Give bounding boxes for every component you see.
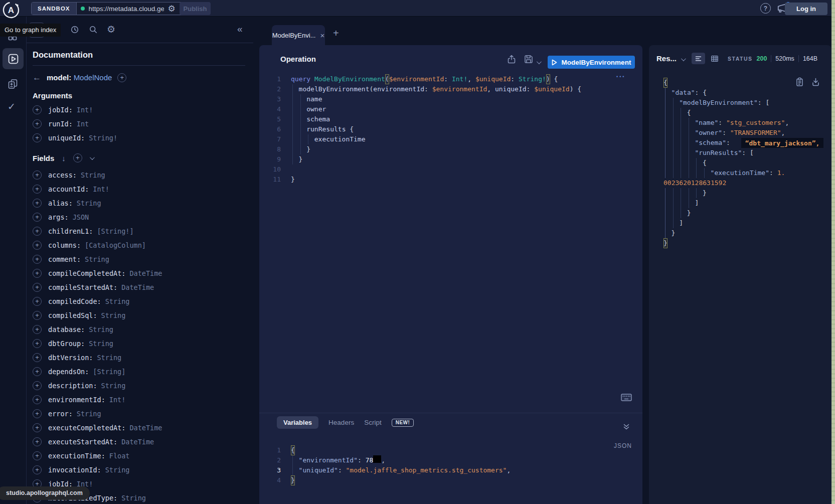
table-view-button[interactable] bbox=[708, 53, 721, 64]
keyboard-shortcuts-icon[interactable] bbox=[621, 393, 632, 402]
response-json[interactable]: {"data": {"modelByEnvironment": [{"name"… bbox=[663, 78, 823, 248]
add-to-query-icon[interactable]: + bbox=[33, 381, 42, 390]
line-number: 6 bbox=[259, 124, 281, 134]
chevron-down-icon[interactable] bbox=[681, 54, 685, 63]
field-type[interactable]: String bbox=[77, 410, 101, 418]
add-to-query-icon[interactable]: + bbox=[33, 241, 42, 250]
code-line: } bbox=[663, 238, 823, 248]
field-type[interactable]: String! bbox=[89, 134, 117, 142]
field-type[interactable]: Int bbox=[77, 120, 89, 128]
field-type[interactable]: DateTime bbox=[129, 424, 162, 432]
add-all-fields-icon[interactable]: + bbox=[73, 153, 82, 162]
field-type[interactable]: String bbox=[97, 354, 121, 362]
add-to-query-icon[interactable]: + bbox=[33, 269, 42, 278]
save-options-chevron-icon[interactable] bbox=[537, 57, 540, 66]
endpoint-settings-gear-icon[interactable]: ⚙ bbox=[168, 5, 176, 13]
argument-row: +uniqueId:String! bbox=[33, 131, 253, 145]
login-button[interactable]: Log in bbox=[785, 3, 827, 15]
field-type[interactable]: String bbox=[85, 255, 109, 263]
sidebar-item-schema[interactable] bbox=[8, 78, 19, 90]
field-type[interactable]: String bbox=[89, 340, 113, 348]
more-options-icon[interactable]: ••• bbox=[616, 74, 625, 79]
search-icon[interactable] bbox=[89, 25, 98, 34]
add-to-query-icon[interactable]: + bbox=[33, 213, 42, 222]
add-to-query-icon[interactable]: + bbox=[33, 409, 42, 418]
add-to-query-icon[interactable]: + bbox=[33, 353, 42, 362]
field-type[interactable]: JSON bbox=[73, 213, 89, 221]
add-to-query-icon[interactable]: + bbox=[33, 133, 42, 142]
argument-row: +jobId:Int! bbox=[33, 103, 253, 117]
field-type[interactable]: [String] bbox=[93, 368, 125, 376]
field-type[interactable]: Float bbox=[109, 452, 130, 460]
field-type[interactable]: DateTime bbox=[121, 438, 154, 446]
add-to-query-icon[interactable]: + bbox=[33, 395, 42, 404]
add-to-query-icon[interactable]: + bbox=[33, 367, 42, 376]
field-type[interactable]: String bbox=[89, 325, 113, 333]
share-icon[interactable] bbox=[507, 54, 517, 64]
add-to-query-icon[interactable]: + bbox=[33, 185, 42, 194]
add-to-query-icon[interactable]: + bbox=[33, 423, 42, 432]
add-to-query-icon[interactable]: + bbox=[33, 255, 42, 264]
tab-variables[interactable]: Variables bbox=[277, 416, 318, 429]
sort-down-icon[interactable]: ↓ bbox=[62, 154, 66, 162]
save-icon[interactable] bbox=[524, 54, 534, 64]
publish-button[interactable]: Publish bbox=[180, 2, 211, 15]
add-to-query-icon[interactable]: + bbox=[33, 283, 42, 292]
field-type[interactable]: String bbox=[101, 382, 126, 390]
add-to-query-icon[interactable]: + bbox=[33, 311, 42, 320]
code-line: 4} bbox=[259, 475, 511, 485]
code-line: 5schema bbox=[259, 114, 581, 124]
code-line: "owner": "TRANSFORMER", bbox=[663, 128, 823, 138]
add-to-query-icon[interactable]: + bbox=[33, 105, 42, 114]
field-type[interactable]: Int! bbox=[77, 106, 93, 114]
field-type[interactable]: String bbox=[101, 311, 126, 319]
add-to-query-icon[interactable]: + bbox=[33, 119, 42, 128]
collapse-panel-icon[interactable]: « bbox=[237, 24, 243, 35]
tab-script[interactable]: Script bbox=[364, 419, 382, 426]
apollo-logo[interactable]: A bbox=[2, 1, 20, 19]
add-to-query-icon[interactable]: + bbox=[33, 325, 42, 334]
collapse-variables-icon[interactable] bbox=[622, 423, 630, 431]
back-arrow-icon[interactable]: ← bbox=[33, 73, 41, 83]
add-to-query-icon[interactable]: + bbox=[33, 171, 42, 180]
field-type[interactable]: Int! bbox=[109, 396, 126, 404]
field-type[interactable]: String bbox=[121, 494, 146, 502]
field-type[interactable]: [CatalogColumn] bbox=[85, 241, 146, 249]
add-to-query-icon[interactable]: + bbox=[33, 437, 42, 446]
close-icon[interactable]: × bbox=[320, 31, 324, 40]
query-editor[interactable]: 1query ModelByEnvironment($environmentId… bbox=[259, 74, 581, 185]
code-line: "runResults": [ bbox=[663, 148, 823, 158]
sidebar-item-checks[interactable]: ✓ bbox=[8, 101, 16, 112]
tab-modelbyenvironment[interactable]: ModelByEnvi... × bbox=[272, 25, 325, 45]
add-to-query-icon[interactable]: + bbox=[33, 465, 42, 474]
tab-headers[interactable]: Headers bbox=[328, 419, 354, 426]
run-operation-button[interactable]: ModelByEnvironment bbox=[548, 56, 635, 69]
history-icon[interactable] bbox=[70, 25, 79, 34]
field-type[interactable]: String bbox=[81, 171, 105, 179]
add-to-query-icon[interactable]: + bbox=[33, 227, 42, 236]
endpoint-url[interactable]: https://metadata.cloud.getd bbox=[89, 5, 164, 13]
sidebar-item-explorer[interactable] bbox=[3, 48, 24, 69]
variables-editor[interactable]: 1{2"environmentId": 78,3"uniqueId": "mod… bbox=[259, 445, 511, 485]
field-type[interactable]: DateTime bbox=[129, 269, 162, 277]
add-to-query-icon[interactable]: + bbox=[33, 339, 42, 348]
settings-gear-icon[interactable]: ⚙ bbox=[107, 24, 115, 35]
field-type[interactable]: String bbox=[77, 199, 101, 207]
add-field-icon[interactable]: + bbox=[117, 73, 126, 82]
code-line: ] bbox=[663, 218, 823, 228]
type-link[interactable]: ModelNode bbox=[74, 73, 112, 82]
add-to-query-icon[interactable]: + bbox=[33, 451, 42, 460]
field-type[interactable]: DateTime bbox=[121, 283, 154, 291]
endpoint-field[interactable]: https://metadata.cloud.getd ⚙ bbox=[77, 3, 187, 15]
help-icon[interactable]: ? bbox=[760, 3, 771, 14]
field-type[interactable]: Int! bbox=[93, 185, 109, 193]
line-number: 5 bbox=[259, 114, 281, 124]
list-view-button[interactable] bbox=[692, 53, 705, 64]
field-type[interactable]: String bbox=[105, 466, 130, 474]
add-to-query-icon[interactable]: + bbox=[33, 297, 42, 306]
chevron-down-icon[interactable] bbox=[90, 155, 95, 160]
add-to-query-icon[interactable]: + bbox=[33, 199, 42, 208]
field-type[interactable]: [String!] bbox=[97, 227, 133, 235]
new-tab-button[interactable]: + bbox=[333, 28, 339, 39]
field-type[interactable]: String bbox=[105, 297, 130, 305]
